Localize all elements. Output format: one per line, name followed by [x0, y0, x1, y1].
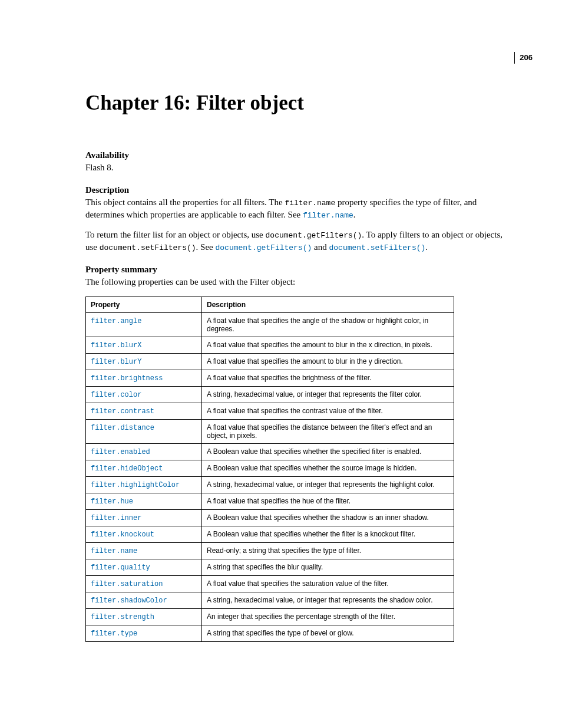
description-cell: A float value that specifies the hue of …: [202, 493, 454, 509]
description-cell: A string, hexadecimal value, or integer …: [202, 476, 454, 493]
property-link[interactable]: filter.brightness: [91, 374, 163, 383]
description-cell: A float value that specifies the amount …: [202, 337, 454, 353]
col-description: Description: [202, 297, 454, 312]
description-cell: A float value that specifies the angle o…: [202, 312, 454, 337]
property-link[interactable]: filter.blurX: [91, 341, 141, 350]
table-row: filter.strengthAn integer that specifies…: [86, 608, 454, 625]
property-table: Property Description filter.angleA float…: [85, 297, 454, 642]
property-link[interactable]: filter.angle: [91, 317, 141, 325]
property-cell: filter.inner: [86, 509, 202, 526]
description-cell: A float value that specifies the brightn…: [202, 370, 454, 386]
table-row: filter.knockoutA Boolean value that spec…: [86, 526, 454, 542]
property-link[interactable]: filter.color: [91, 391, 141, 399]
table-row: filter.angleA float value that specifies…: [86, 312, 454, 337]
description-para-1: This object contains all the properties …: [85, 196, 515, 220]
description-cell: A Boolean value that specifies whether t…: [202, 509, 454, 526]
property-cell: filter.enabled: [86, 443, 202, 460]
property-link[interactable]: filter.hideObject: [91, 465, 163, 473]
table-row: filter.hueA float value that specifies t…: [86, 493, 454, 509]
description-p2-text4: .: [425, 242, 428, 252]
property-link[interactable]: filter.contrast: [91, 407, 154, 416]
description-p2-text3: . See: [196, 242, 216, 252]
property-link[interactable]: filter.blurY: [91, 358, 141, 366]
get-filters-code: document.getFilters(): [266, 231, 362, 240]
property-summary-heading: Property summary: [85, 265, 515, 275]
page: 206 Chapter 16: Filter object Availabili…: [0, 0, 562, 689]
table-row: filter.blurYA float value that specifies…: [86, 353, 454, 370]
table-row: filter.nameRead-only; a string that spec…: [86, 542, 454, 559]
property-link[interactable]: filter.saturation: [91, 580, 163, 588]
property-link[interactable]: filter.highlightColor: [91, 481, 180, 489]
description-cell: A Boolean value that specifies whether t…: [202, 443, 454, 460]
property-link[interactable]: filter.inner: [91, 514, 141, 522]
property-link[interactable]: filter.distance: [91, 424, 154, 432]
property-cell: filter.name: [86, 542, 202, 559]
property-cell: filter.knockout: [86, 526, 202, 542]
property-cell: filter.type: [86, 625, 202, 641]
table-row: filter.highlightColorA string, hexadecim…: [86, 476, 454, 493]
table-row: filter.qualityA string that specifies th…: [86, 559, 454, 575]
col-property: Property: [86, 297, 202, 312]
property-cell: filter.brightness: [86, 370, 202, 386]
filter-name-link[interactable]: filter.name: [303, 211, 353, 220]
property-cell: filter.hideObject: [86, 460, 202, 476]
table-row: filter.distanceA float value that specif…: [86, 419, 454, 443]
availability-text: Flash 8.: [85, 162, 515, 173]
description-p1-text: This object contains all the properties …: [85, 197, 285, 207]
get-filters-link[interactable]: document.getFilters(): [216, 243, 312, 252]
property-summary-intro: The following properties can be used wit…: [85, 276, 515, 288]
description-cell: A string, hexadecimal value, or integer …: [202, 592, 454, 608]
table-row: filter.hideObjectA Boolean value that sp…: [86, 460, 454, 476]
description-cell: An integer that specifies the percentage…: [202, 608, 454, 625]
property-cell: filter.shadowColor: [86, 592, 202, 608]
property-link[interactable]: filter.knockout: [91, 531, 154, 539]
page-number: 206: [514, 52, 533, 64]
table-row: filter.colorA string, hexadecimal value,…: [86, 386, 454, 403]
property-cell: filter.blurY: [86, 353, 202, 370]
table-row: filter.blurXA float value that specifies…: [86, 337, 454, 353]
description-cell: A string, hexadecimal value, or integer …: [202, 386, 454, 403]
property-cell: filter.angle: [86, 312, 202, 337]
property-link[interactable]: filter.type: [91, 630, 137, 638]
description-cell: A Boolean value that specifies whether t…: [202, 526, 454, 542]
description-cell: A float value that specifies the contras…: [202, 403, 454, 419]
description-cell: A string that specifies the blur quality…: [202, 559, 454, 575]
property-cell: filter.blurX: [86, 337, 202, 353]
description-para-2: To return the filter list for an object …: [85, 229, 515, 253]
property-cell: filter.highlightColor: [86, 476, 202, 493]
property-cell: filter.color: [86, 386, 202, 403]
chapter-title: Chapter 16: Filter object: [85, 91, 515, 115]
description-cell: Read-only; a string that specifies the t…: [202, 542, 454, 559]
table-row: filter.brightnessA float value that spec…: [86, 370, 454, 386]
property-link[interactable]: filter.shadowColor: [91, 597, 167, 605]
property-cell: filter.saturation: [86, 575, 202, 592]
description-cell: A float value that specifies the amount …: [202, 353, 454, 370]
table-row: filter.contrastA float value that specif…: [86, 403, 454, 419]
set-filters-link[interactable]: document.setFilters(): [329, 243, 426, 252]
description-p2-text: To return the filter list for an object …: [85, 230, 266, 239]
property-link[interactable]: filter.enabled: [91, 448, 150, 456]
description-cell: A float value that specifies the saturat…: [202, 575, 454, 592]
property-cell: filter.distance: [86, 419, 202, 443]
description-cell: A string that specifies the type of beve…: [202, 625, 454, 641]
table-header-row: Property Description: [86, 297, 454, 312]
property-link[interactable]: filter.hue: [91, 498, 133, 506]
table-row: filter.saturationA float value that spec…: [86, 575, 454, 592]
property-link[interactable]: filter.strength: [91, 613, 154, 621]
description-cell: A float value that specifies the distanc…: [202, 419, 454, 443]
description-p2-and: and: [312, 242, 329, 252]
availability-heading: Availability: [85, 150, 515, 160]
table-row: filter.enabledA Boolean value that speci…: [86, 443, 454, 460]
description-p1-text3: .: [353, 210, 356, 219]
filter-name-code: filter.name: [285, 199, 335, 207]
set-filters-code: document.setFilters(): [100, 243, 196, 252]
property-cell: filter.hue: [86, 493, 202, 509]
description-heading: Description: [85, 185, 515, 195]
table-row: filter.innerA Boolean value that specifi…: [86, 509, 454, 526]
property-link[interactable]: filter.name: [91, 547, 137, 555]
property-cell: filter.strength: [86, 608, 202, 625]
property-link[interactable]: filter.quality: [91, 564, 150, 572]
description-cell: A Boolean value that specifies whether t…: [202, 460, 454, 476]
table-row: filter.shadowColorA string, hexadecimal …: [86, 592, 454, 608]
property-cell: filter.contrast: [86, 403, 202, 419]
